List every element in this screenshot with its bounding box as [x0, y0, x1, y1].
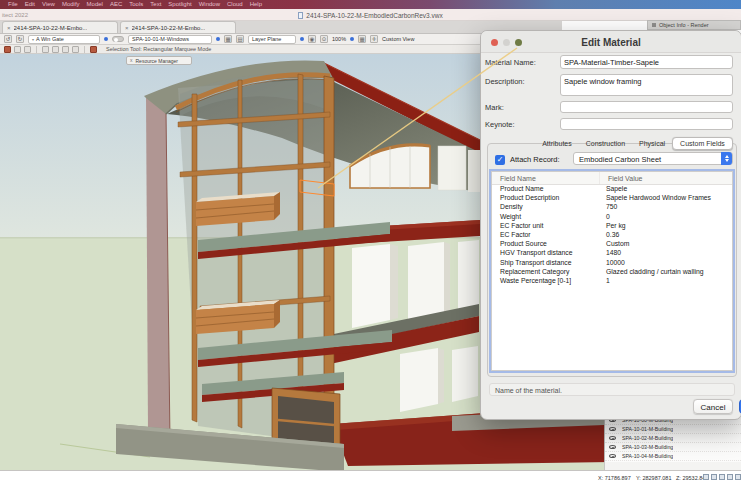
stepper-control[interactable] [721, 152, 732, 165]
dialog-title-bar[interactable]: Edit Material [481, 31, 741, 53]
table-row[interactable]: Product Name Sapele [492, 185, 732, 194]
zoom-icon[interactable]: ⊙ [320, 35, 328, 43]
layer-row[interactable]: SPA-10-02-M-Building [605, 434, 741, 443]
window-title-bar: itect 2022 2414-SPA-10-22-M-EmbodiedCarb… [0, 9, 741, 21]
redo-view-icon[interactable]: ↻ [16, 35, 24, 43]
mark-label: Mark: [485, 103, 558, 112]
eye-icon[interactable] [609, 454, 616, 458]
design-layers-list[interactable]: SPA-10-00-M-Building SPA-10-01-M-Buildin… [604, 415, 741, 462]
layer-name: SPA-10-03-M-Building [622, 444, 673, 450]
mark-field[interactable] [560, 101, 733, 113]
eye-icon[interactable] [609, 436, 616, 440]
object-info-panel-header[interactable]: Object Info - Render [647, 20, 741, 30]
eye-icon[interactable] [609, 427, 616, 431]
document-tab-strip: × 2414-SPA-10-22-M-Embo... × 2414-SPA-10… [0, 21, 562, 34]
menu-item[interactable]: Cloud [227, 0, 243, 9]
close-icon[interactable]: × [7, 23, 11, 33]
saved-views-dropdown[interactable]: ▾A Win Gate [28, 35, 100, 44]
layer-name: SPA-10-02-M-Building [622, 435, 673, 441]
menu-item[interactable]: Spotlight [168, 0, 191, 9]
snap-grid-icon[interactable] [703, 474, 709, 480]
layer-row[interactable]: SPA-10-04-M-Building [605, 452, 741, 461]
cancel-button[interactable]: Cancel [693, 399, 733, 414]
angle-snap-icon[interactable] [24, 46, 31, 53]
attach-record-label: Attach Record: [510, 155, 560, 164]
menu-item[interactable]: File [8, 0, 18, 9]
marquee-mode-icon[interactable] [52, 46, 59, 53]
undo-view-icon[interactable]: ↺ [4, 35, 12, 43]
menu-item[interactable]: Tools [129, 0, 143, 9]
record-format-dropdown[interactable]: Embodied Carbon Sheet [573, 152, 733, 165]
document-tab-1[interactable]: × 2414-SPA-10-22-M-Embo... [2, 21, 118, 33]
table-row[interactable]: Product Description Sapele Hardwood Wind… [492, 194, 732, 203]
selection-filter-icon[interactable] [90, 46, 97, 53]
tab-construction[interactable]: Construction [579, 138, 632, 149]
layer-row[interactable]: SPA-10-01-M-Building [605, 425, 741, 434]
tab-physical[interactable]: Physical [632, 138, 672, 149]
menu-item[interactable]: Window [199, 0, 220, 9]
menu-item[interactable]: Model [87, 0, 103, 9]
eye-icon[interactable]: ◉ [308, 35, 316, 43]
description-label: Description: [485, 77, 558, 86]
material-name-field[interactable]: SPA-Material-Timber-Sapele [560, 55, 733, 69]
document-icon [298, 12, 303, 19]
table-row[interactable]: EC Factor unit Per kg [492, 222, 732, 231]
swap-arrows-icon[interactable] [42, 46, 49, 53]
table-row[interactable]: Waste Percentage [0-1] 1 [492, 277, 732, 286]
active-indicator-dot [350, 37, 354, 41]
snap-smart-icon[interactable] [735, 474, 741, 480]
table-row[interactable]: HGV Transport distance 1480 [492, 249, 732, 258]
material-name-label: Material Name: [485, 58, 558, 67]
document-tab-label: 2414-SPA-10-22-M-Embo... [132, 25, 206, 31]
snap-angle-icon[interactable] [719, 474, 725, 480]
layer-options-toggle[interactable] [112, 36, 124, 42]
menu-item[interactable]: Help [250, 0, 262, 9]
status-bar-icons [703, 474, 741, 480]
close-icon[interactable]: x [130, 57, 133, 64]
dialog-tab-control: Attributes Construction Physical Custom … [539, 136, 729, 150]
description-field[interactable]: Sapele window framing [560, 74, 733, 96]
layer-visibility-icon[interactable]: ▦ [224, 35, 232, 43]
plane-mode-dropdown[interactable]: Layer Plane [248, 35, 296, 44]
snap-intersection-icon[interactable] [727, 474, 733, 480]
record-fields-table[interactable]: Field Name Field Value Product Name Sape… [491, 171, 733, 371]
menu-item[interactable]: View [42, 0, 55, 9]
panel-collapse-icon[interactable] [652, 23, 656, 27]
cursor-y-coordinate: Y: 282987.081 [636, 475, 671, 481]
table-row[interactable]: Weight 0 [492, 213, 732, 222]
compass-icon[interactable]: ✛ [370, 35, 378, 43]
document-tab-2[interactable]: × 2414-SPA-10-22-M-Embo... [120, 21, 236, 33]
active-indicator-dot [216, 37, 220, 41]
render-mode[interactable]: Custom View [382, 36, 414, 42]
divider [84, 46, 85, 53]
class-visibility-icon[interactable]: ▤ [236, 35, 244, 43]
menu-item[interactable]: Edit [25, 0, 35, 9]
table-row[interactable]: EC Factor 0.36 [492, 231, 732, 240]
document-tab-label: 2414-SPA-10-22-M-Embo... [14, 25, 88, 31]
snap-object-icon[interactable] [711, 474, 717, 480]
table-row[interactable]: Density 750 [492, 203, 732, 212]
menu-item[interactable]: AEC [110, 0, 122, 9]
close-icon[interactable]: × [125, 23, 129, 33]
magnet-snap-icon[interactable] [4, 46, 11, 53]
active-layer-dropdown[interactable]: SPA-10-01-M-Windows [128, 35, 212, 44]
attach-record-checkbox[interactable]: ✓ [495, 155, 505, 165]
layer-name: SPA-10-01-M-Building [622, 426, 673, 432]
pen-tool-icon[interactable] [14, 46, 21, 53]
keynote-field[interactable] [560, 118, 733, 130]
menu-item[interactable]: Modify [62, 0, 80, 9]
tab-custom-fields[interactable]: Custom Fields [672, 137, 733, 150]
menu-item[interactable]: Text [150, 0, 161, 9]
table-row[interactable]: Ship Transport distance 10000 [492, 259, 732, 268]
flag-mode-icon[interactable] [72, 46, 79, 53]
resource-manager-palette[interactable]: x Resource Manager [126, 56, 192, 65]
table-row[interactable]: Product Source Custom [492, 240, 732, 249]
layer-row[interactable]: SPA-10-03-M-Building [605, 443, 741, 452]
tool-status-text: Selection Tool: Rectangular Marquee Mode [106, 46, 211, 52]
table-row[interactable]: Replacement Category Glazed cladding / c… [492, 268, 732, 277]
zoom-level[interactable]: 100% [332, 36, 346, 42]
tab-attributes[interactable]: Attributes [535, 138, 579, 149]
grid-icon[interactable]: ▦ [358, 35, 366, 43]
lasso-mode-icon[interactable] [62, 46, 69, 53]
eye-icon[interactable] [609, 445, 616, 449]
